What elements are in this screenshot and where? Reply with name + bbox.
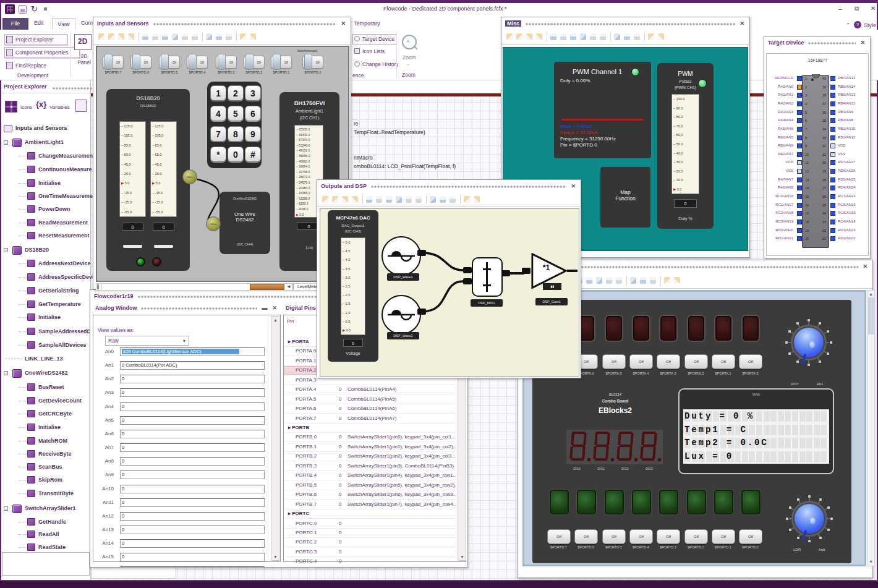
svg-text:*1: *1 xyxy=(543,263,550,272)
